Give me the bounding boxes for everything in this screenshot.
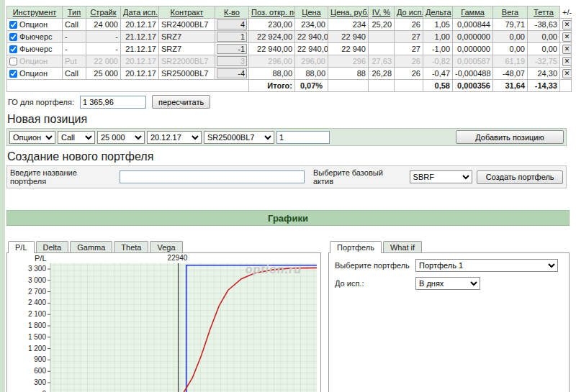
col-header-expiry[interactable]: Дата исп.: [121, 6, 159, 19]
chart-tab-delta[interactable]: Delta: [36, 241, 69, 253]
margin-label: ГО для портфеля:: [8, 98, 74, 106]
quantity-box: 3: [217, 56, 247, 66]
margin-input[interactable]: [80, 96, 146, 109]
row-enabled-checkbox[interactable]: [9, 58, 17, 65]
row-enabled-checkbox[interactable]: [9, 70, 17, 78]
chart-tab-theta[interactable]: Theta: [114, 241, 148, 253]
page: ИнструментТипСтрайкДата исп.КонтрактК-во…: [5, 0, 576, 392]
table-header-row: ИнструментТипСтрайкДата исп.КонтрактК-во…: [7, 6, 572, 19]
open-cell: 230,00: [249, 19, 295, 31]
create-portfolio-title: Создание нового портфеля: [7, 150, 570, 163]
charts-area: P/LDeltaGammaThetaVega 3 3003 0002 7002 …: [6, 240, 570, 392]
new-position-strike-select[interactable]: 25 000: [97, 131, 145, 144]
days-mode-select[interactable]: В днях: [415, 277, 480, 290]
new-position-expiry-date-select[interactable]: 20.12.17: [147, 131, 202, 144]
theta-cell: 0,00: [528, 31, 560, 43]
chart-tab-pl[interactable]: P/L: [8, 241, 35, 253]
col-header-price[interactable]: Цена: [295, 6, 328, 19]
svg-text:600: 600: [34, 367, 46, 375]
col-header-remove: +/-: [560, 6, 572, 19]
totals-theta: -14,33: [528, 80, 560, 92]
svg-text:300: 300: [34, 378, 46, 386]
remove-cell: ✕: [560, 43, 572, 55]
col-header-open-price[interactable]: Поз. откр. по: [249, 6, 295, 19]
col-header-delta[interactable]: Дельта: [423, 6, 453, 19]
portfolio-name-input[interactable]: [120, 170, 305, 183]
col-header-qty[interactable]: К-во: [215, 6, 249, 19]
gamma-cell: 0,000844: [453, 19, 493, 31]
col-header-days-left[interactable]: До исп.: [395, 6, 423, 19]
delete-row-icon[interactable]: ✕: [562, 57, 572, 66]
strike-cell: -: [86, 43, 121, 55]
contract-cell: SRZ7: [159, 31, 215, 43]
open-cell: 296,00: [249, 55, 295, 68]
chart-tab-vega[interactable]: Vega: [150, 241, 182, 253]
instrument-cell: Опцион: [7, 68, 63, 80]
svg-text:2 700: 2 700: [28, 288, 46, 296]
portfolio-box: Выберите портфель Портфель 1 До исп.: В …: [328, 252, 570, 392]
open-cell: 22 924,00: [249, 31, 295, 43]
portfolio-select-label: Выберите портфель: [335, 261, 415, 270]
totals-label: Итого:: [249, 80, 295, 92]
svg-text:900: 900: [34, 355, 46, 363]
portfolio-select-row: Выберите портфель Портфель 1: [335, 259, 563, 272]
delete-row-icon[interactable]: ✕: [562, 45, 572, 54]
col-header-instrument[interactable]: Инструмент: [7, 6, 63, 19]
row-enabled-checkbox[interactable]: [9, 33, 17, 41]
days-cell: 26: [395, 55, 423, 68]
date-cell: 21.12.17: [121, 43, 159, 55]
row-enabled-checkbox[interactable]: [9, 21, 17, 29]
new-position-contract-select[interactable]: SR25000BL7: [204, 131, 274, 144]
col-header-price-rub[interactable]: Цена, руб.: [328, 6, 369, 19]
delete-row-icon[interactable]: ✕: [562, 32, 572, 42]
charts-section-title: Графики: [6, 210, 570, 226]
type-cell: Call: [63, 68, 86, 80]
delta-cell: -0,47: [423, 68, 453, 80]
base-asset-select[interactable]: SBRF: [410, 170, 473, 183]
type-cell: Call: [63, 19, 86, 31]
panel-tab-portfolio[interactable]: Портфель: [330, 241, 382, 253]
remove-cell: ✕: [560, 19, 572, 31]
delta-cell: -1,00: [423, 43, 453, 55]
col-header-vega[interactable]: Вега: [493, 6, 528, 19]
theta-cell: 0,00: [528, 43, 560, 55]
new-position-qty-input[interactable]: [276, 131, 330, 144]
col-header-theta[interactable]: Тетта: [528, 6, 560, 19]
totals-row: Итого: 0,07% 0,58 0,000356 31,64 -14,33: [7, 80, 572, 92]
instrument-cell: Фьючерс: [7, 43, 63, 55]
delete-row-icon[interactable]: ✕: [562, 69, 572, 78]
new-position-option-type-select[interactable]: Call: [58, 131, 95, 144]
delete-row-icon[interactable]: ✕: [562, 20, 572, 29]
y-axis-title: P/L: [35, 254, 47, 263]
contract-cell: SR22000BL7: [159, 55, 215, 68]
totals-empty-rub: [328, 80, 369, 92]
quantity-box: -1: [217, 44, 247, 54]
days-cell: 26: [395, 19, 423, 31]
instrument-label: Опцион: [19, 57, 48, 65]
totals-vega: 31,64: [493, 80, 528, 92]
portfolio-select[interactable]: Портфель 1: [415, 259, 558, 272]
delta-cell: 1,05: [423, 19, 453, 31]
gamma-cell: 0,000000: [453, 43, 493, 55]
price-rub-cell: 22 940: [328, 43, 369, 55]
totals-empty-days: [395, 80, 423, 92]
strike-cell: -: [86, 31, 121, 43]
col-header-strike[interactable]: Страйк: [86, 6, 121, 19]
qty-cell: 3: [215, 55, 249, 68]
recalculate-button[interactable]: пересчитать: [152, 95, 210, 109]
chart-tab-gamma[interactable]: Gamma: [70, 241, 112, 253]
row-enabled-checkbox[interactable]: [9, 45, 17, 53]
margin-row: ГО для портфеля: пересчитать: [8, 95, 570, 109]
col-header-iv[interactable]: IV, %: [369, 6, 395, 19]
new-position-instrument-select[interactable]: Опцион: [9, 131, 55, 144]
open-cell: 22 940,00: [249, 43, 295, 55]
col-header-contract[interactable]: Контракт: [159, 6, 215, 19]
col-header-gamma[interactable]: Гамма: [453, 6, 493, 19]
col-header-type[interactable]: Тип: [63, 6, 86, 19]
date-cell: 20.12.17: [121, 55, 159, 68]
panel-tab-what-if[interactable]: What if: [383, 241, 422, 253]
theta-cell: 24,30: [528, 68, 560, 80]
vega-cell: 79,71: [493, 19, 528, 31]
create-portfolio-button[interactable]: Создать портфель: [477, 170, 563, 184]
add-position-button[interactable]: Добавить позицию: [456, 130, 564, 144]
